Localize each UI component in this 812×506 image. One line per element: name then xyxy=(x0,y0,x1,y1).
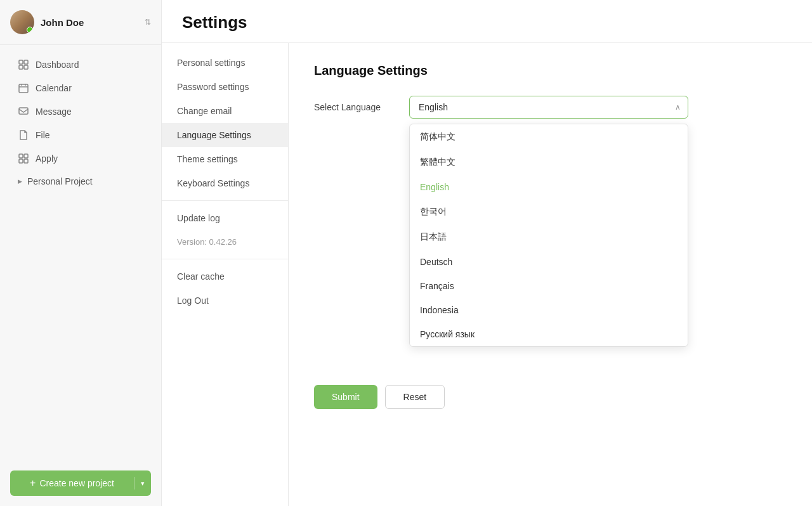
dropdown-item-id[interactable]: Indonesia xyxy=(410,298,688,322)
sidebar-item-calendar[interactable]: Calendar xyxy=(5,77,156,100)
page-header: Settings xyxy=(162,0,812,43)
chevron-updown-icon: ⇅ xyxy=(145,18,151,27)
chevron-down-icon[interactable]: ▾ xyxy=(134,479,151,488)
language-label: Select Language xyxy=(314,102,396,112)
plus-icon: + xyxy=(30,477,36,489)
avatar xyxy=(10,10,34,34)
sidebar-item-label: Message xyxy=(36,107,72,117)
sidebar-item-dashboard[interactable]: Dashboard xyxy=(5,53,156,76)
triangle-icon: ▶ xyxy=(18,178,22,185)
page-title: Settings xyxy=(182,13,792,32)
settings-nav-clear-cache[interactable]: Clear cache xyxy=(162,264,288,289)
svg-rect-8 xyxy=(19,108,28,114)
sidebar-nav: Dashboard Calendar Message xyxy=(0,45,161,460)
project-label: Personal Project xyxy=(27,176,93,186)
language-form-row: Select Language English ∧ xyxy=(314,96,787,119)
sidebar-footer: + Create new project ▾ xyxy=(0,460,161,506)
nav-divider-2 xyxy=(162,259,288,259)
svg-rect-10 xyxy=(24,154,28,158)
language-dropdown: 简体中文 繁體中文 English 한국어 日本語 Deutsch França… xyxy=(409,124,688,347)
sidebar-item-label: Dashboard xyxy=(36,60,79,70)
sidebar: John Doe ⇅ Dashboard xyxy=(0,0,162,506)
sidebar-item-label: Apply xyxy=(36,153,58,164)
user-profile[interactable]: John Doe ⇅ xyxy=(0,0,161,45)
nav-divider xyxy=(162,200,288,201)
settings-nav-password[interactable]: Password settings xyxy=(162,75,288,99)
sidebar-item-message[interactable]: Message xyxy=(5,100,156,123)
svg-rect-11 xyxy=(19,159,23,163)
sidebar-item-apply[interactable]: Apply xyxy=(5,147,156,170)
section-title: Language Settings xyxy=(314,63,787,78)
settings-nav-version: Version: 0.42.26 xyxy=(162,230,288,254)
sidebar-item-label: File xyxy=(36,130,50,140)
settings-nav-language[interactable]: Language Settings xyxy=(162,123,288,147)
dropdown-item-ru[interactable]: Русский язык xyxy=(410,322,688,346)
sidebar-item-label: Calendar xyxy=(36,83,72,93)
svg-rect-9 xyxy=(19,154,23,158)
sidebar-item-file[interactable]: File xyxy=(5,124,156,146)
svg-rect-3 xyxy=(24,65,28,69)
settings-nav-logout[interactable]: Log Out xyxy=(162,289,288,313)
settings-content-area: Language Settings Select Language Englis… xyxy=(289,43,812,506)
reset-button[interactable]: Reset xyxy=(385,385,445,409)
create-project-button[interactable]: + Create new project ▾ xyxy=(10,470,151,496)
settings-nav-theme[interactable]: Theme settings xyxy=(162,147,288,171)
language-form-wrapper: Select Language English ∧ 简体中文 繁體中文 Engl… xyxy=(314,96,787,119)
settings-nav-keyboard[interactable]: Keyboard Settings xyxy=(162,171,288,195)
language-select[interactable]: English xyxy=(409,96,688,119)
grid-icon xyxy=(18,59,29,70)
svg-rect-12 xyxy=(24,159,28,163)
settings-nav: Personal settings Password settings Chan… xyxy=(162,43,289,506)
settings-nav-change-email[interactable]: Change email xyxy=(162,99,288,123)
create-button-label: Create new project xyxy=(39,478,114,488)
file-icon xyxy=(18,129,29,141)
svg-rect-0 xyxy=(19,60,23,64)
dropdown-item-en[interactable]: English xyxy=(410,175,688,199)
dropdown-item-ja[interactable]: 日本語 xyxy=(410,224,688,250)
user-name: John Doe xyxy=(41,17,138,28)
main-content: Settings Personal settings Password sett… xyxy=(162,0,812,506)
svg-rect-4 xyxy=(19,84,28,93)
submit-button[interactable]: Submit xyxy=(314,385,377,409)
calendar-icon xyxy=(18,82,29,94)
dropdown-item-ko[interactable]: 한국어 xyxy=(410,199,688,224)
svg-rect-2 xyxy=(19,65,23,69)
language-select-wrapper: English ∧ xyxy=(409,96,688,119)
form-actions: Submit Reset xyxy=(314,385,787,409)
content-area: Personal settings Password settings Chan… xyxy=(162,43,812,506)
apply-icon xyxy=(18,153,29,164)
dropdown-item-zh-cn[interactable]: 简体中文 xyxy=(410,124,688,150)
dropdown-item-zh-tw[interactable]: 繁體中文 xyxy=(410,150,688,175)
svg-rect-1 xyxy=(24,60,28,64)
dropdown-item-fr[interactable]: Français xyxy=(410,274,688,298)
settings-nav-update-log[interactable]: Update log xyxy=(162,206,288,230)
sidebar-item-personal-project[interactable]: ▶ Personal Project xyxy=(5,171,156,192)
settings-nav-personal[interactable]: Personal settings xyxy=(162,51,288,75)
dropdown-item-de[interactable]: Deutsch xyxy=(410,250,688,274)
message-icon xyxy=(18,106,29,117)
